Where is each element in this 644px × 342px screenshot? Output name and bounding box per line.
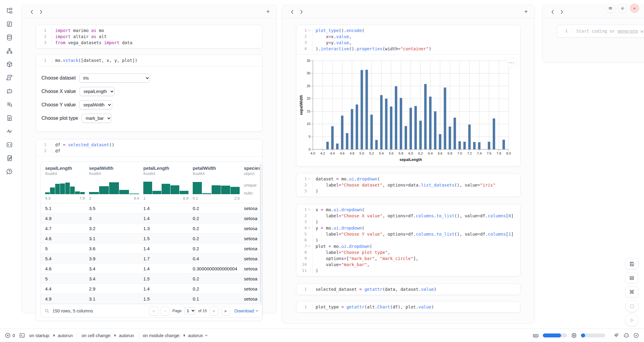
- table-row[interactable]: 4.42.91.40.2setosa: [41, 284, 262, 294]
- fold-icon[interactable]: [307, 176, 311, 182]
- plot-type-cell[interactable]: 1plot_type = getattr(alt.Chart(df), plot…: [296, 301, 521, 313]
- choose-y-value-select[interactable]: sepalWidth: [79, 100, 112, 109]
- ai-chat-panel-button[interactable]: [5, 87, 14, 96]
- download-button[interactable]: Download: [234, 308, 259, 313]
- table-row[interactable]: 4.93.11.50.1setosa: [41, 294, 262, 304]
- table-scrollbar[interactable]: [260, 164, 261, 303]
- file-explorer-panel-button[interactable]: [5, 6, 14, 15]
- chart-actions-button[interactable]: [506, 58, 517, 68]
- fold-icon: [307, 304, 311, 310]
- outline-panel-button[interactable]: [5, 73, 14, 82]
- last-page-button[interactable]: »: [221, 306, 230, 315]
- table-row[interactable]: 53.41.50.2setosa: [41, 274, 262, 284]
- bar-chart[interactable]: 051015202530354.04.24.44.64.85.05.25.45.…: [296, 55, 520, 166]
- notebook-column-2: + 1plot_type().encode(2 x=x.value,3 y=y.…: [282, 5, 535, 324]
- code-line: 1x = mo.ui.dropdown(: [298, 207, 517, 213]
- shutdown-button[interactable]: ×: [630, 4, 639, 13]
- imports-cell[interactable]: 1import marimo as mo2import altair as al…: [36, 25, 263, 48]
- ai-assist-button[interactable]: [614, 333, 619, 338]
- table-row[interactable]: 4.63.41.40.3000000000000004setosa: [41, 264, 262, 274]
- column-header-petalLength[interactable]: petalLengthfloat6416.9: [143, 162, 193, 203]
- svg-text:sepalLength: sepalLength: [399, 158, 422, 162]
- add-column-button[interactable]: +: [523, 8, 529, 15]
- help-panel-button[interactable]: [5, 167, 14, 176]
- line-number: 9: [298, 255, 307, 262]
- dataframe-cell[interactable]: 1df = selected_dataset()2df sepalLengthf…: [36, 139, 263, 321]
- autorun-config-1[interactable]: on cell change: autorun: [82, 333, 134, 338]
- add-column-button[interactable]: +: [265, 8, 271, 15]
- save-icon: [629, 261, 635, 267]
- stop-button[interactable]: [626, 300, 638, 312]
- scratchpad-icon: [6, 155, 13, 162]
- bolt-icon: [52, 333, 56, 337]
- chart-cell[interactable]: 1plot_type().encode(2 x=x.value,3 y=y.va…: [296, 25, 521, 167]
- save-button[interactable]: [625, 258, 639, 269]
- settings-button[interactable]: [618, 4, 627, 13]
- table-row[interactable]: 4.63.11.50.2setosa: [41, 233, 262, 244]
- choose-plot-type-select[interactable]: mark_bar: [82, 114, 112, 123]
- column-right-button[interactable]: [557, 8, 566, 16]
- dataset-dropdown-cell[interactable]: 1dataset = mo.ui.dropdown(2 label="Choos…: [296, 173, 521, 197]
- documentation-panel-button[interactable]: [5, 113, 14, 123]
- command-palette-button[interactable]: ⌘: [625, 287, 639, 297]
- choose-dataset-select[interactable]: iris: [79, 73, 150, 83]
- column-left-button[interactable]: [27, 8, 36, 16]
- table-row[interactable]: 53.61.40.2setosa: [41, 244, 262, 254]
- fold-icon[interactable]: [307, 225, 311, 231]
- connection-status-button[interactable]: [633, 333, 639, 338]
- next-page-button[interactable]: ›: [209, 306, 219, 315]
- search-icon[interactable]: [45, 308, 49, 313]
- code-line: 6): [298, 237, 517, 243]
- svg-text:15: 15: [307, 109, 310, 113]
- column-right-button[interactable]: [36, 8, 45, 16]
- logs-panel-button[interactable]: [5, 100, 14, 109]
- column-header-petalWidth[interactable]: petalWidthfloat640.12.5: [193, 162, 244, 203]
- tracing-panel-button[interactable]: [5, 127, 14, 136]
- code-line: 9 options=["mark_bar", "mark_circle"],: [298, 255, 517, 262]
- xy-plot-dropdown-cell[interactable]: 1x = mo.ui.dropdown(2 label="Choose X va…: [296, 204, 521, 276]
- fold-icon[interactable]: [307, 207, 311, 213]
- error-count[interactable]: 0: [5, 333, 15, 338]
- fold-icon[interactable]: [307, 27, 311, 34]
- table-row[interactable]: 5.43.91.70.4setosa: [41, 254, 262, 264]
- notebook-menu-button[interactable]: [606, 4, 615, 13]
- column-right-button[interactable]: [297, 8, 306, 16]
- code-line: 2 label="Choose X value", options=df.col…: [298, 213, 517, 219]
- column-left-button[interactable]: [288, 8, 297, 16]
- datasources-panel-button[interactable]: [5, 33, 14, 42]
- dependencies-panel-button[interactable]: [5, 46, 14, 55]
- datasources-icon: [6, 34, 13, 41]
- run-button[interactable]: [626, 314, 638, 326]
- vstack-cell[interactable]: 1mo.vstack([dataset, x, y, plot]) Choose…: [36, 55, 263, 132]
- selected-dataset-cell[interactable]: 1selected_dataset = getattr(data, datase…: [296, 283, 521, 295]
- column-header-sepalLength[interactable]: sepalLengthfloat644.37.9: [41, 162, 89, 203]
- bar: [405, 126, 407, 149]
- table-row[interactable]: 4.931.40.2setosa: [41, 213, 262, 223]
- autorun-config-2[interactable]: on module change: autorun: [143, 333, 208, 338]
- packages-panel-button[interactable]: [5, 60, 14, 69]
- chevron-right-icon: [300, 10, 303, 14]
- functions-panel-button[interactable]: [5, 20, 14, 29]
- copilot-status-button[interactable]: [623, 333, 629, 339]
- column-header-species[interactable]: speciesobjectunique:nulls:: [244, 162, 262, 203]
- column-left-button[interactable]: [548, 8, 557, 16]
- page-select[interactable]: 1: [184, 307, 196, 314]
- gear-icon: [620, 6, 625, 11]
- dependencies-icon: [6, 48, 13, 54]
- layout-toggle-button[interactable]: [625, 273, 639, 283]
- snippets-panel-button[interactable]: [5, 140, 14, 149]
- terminal-button[interactable]: [19, 333, 25, 338]
- prev-page-button[interactable]: ‹: [161, 306, 170, 315]
- table-row[interactable]: 4.73.21.30.2setosa: [41, 223, 262, 233]
- autorun-config-0[interactable]: on startup: autorun: [29, 333, 73, 338]
- choose-x-value-select[interactable]: sepalLength: [80, 87, 115, 96]
- column-3-header: [542, 5, 644, 19]
- scratchpad-panel-button[interactable]: [5, 154, 14, 163]
- fold-icon[interactable]: [307, 243, 311, 249]
- empty-code-cell[interactable]: 1Start coding or generate with: [557, 25, 644, 37]
- column-header-sepalWidth[interactable]: sepalWidthfloat6424.4: [89, 162, 143, 203]
- dropdown-row: Choose plot typemark_bar: [41, 114, 257, 123]
- line-number: 8: [298, 249, 307, 255]
- first-page-button[interactable]: «: [149, 306, 158, 315]
- table-row[interactable]: 5.13.51.40.2setosa: [41, 203, 262, 213]
